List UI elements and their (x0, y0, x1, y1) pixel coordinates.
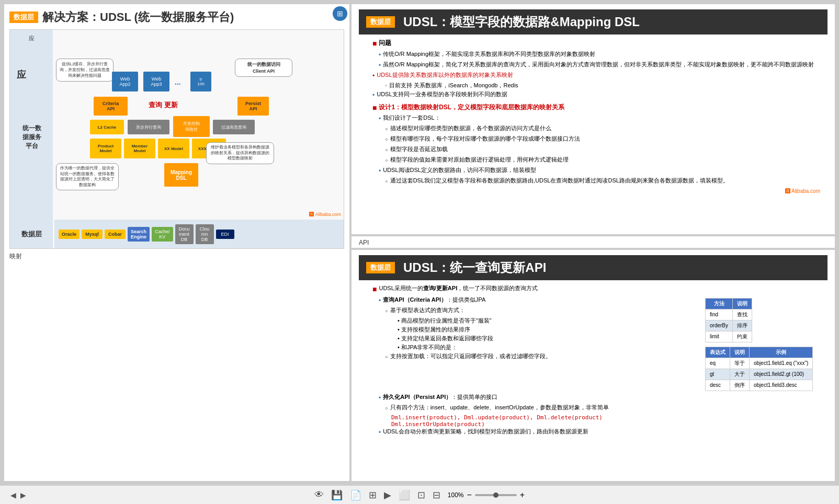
right-bottom-header: 数据层 UDSL：统一查询更新API (359, 255, 827, 280)
webapp2: WebApp2 (112, 72, 138, 91)
main-bullet: ■ UDSL采用统一的查询/更新API，统一了不同数据源的查询方式 (372, 284, 820, 295)
udsl-text: UDSL阅读DSL定义的数据路由，访问不同数据源，组装模型 (383, 166, 536, 174)
jd-text: 支持按置加载：可以指定只返回哪些字段，或者过滤哪些字段。 (390, 352, 551, 360)
qa-dot: • (379, 296, 381, 305)
udsl-dot: • (379, 166, 381, 176)
dev-control-box: 开发控制保险丝 (173, 116, 210, 137)
left-slide-title: 解决方案：UDSL (统一数据服务平台) (42, 9, 234, 25)
d1-text: 描述模型对应哪些类型的数据源，各个数据源的访问方式是什么 (390, 124, 551, 132)
qs-dot: ◦ (385, 306, 388, 316)
corner-icon[interactable]: ⊞ (333, 6, 347, 21)
b2i-text: UDSL支持同一业务模型的各字段映射到不同的数据 (377, 90, 507, 98)
zoom-thumb[interactable] (493, 492, 498, 498)
query-arrow: 查询 更新 (149, 100, 178, 110)
t1-h2: 说明 (733, 298, 752, 309)
architecture-diagram: 应 应 统一数据服务平台 提供L2缓存、异步并行查询，并发控制，过滤高危查询来解… (9, 29, 344, 249)
webapp100: b100 (190, 72, 211, 91)
t2r3c2: 倒序 (730, 380, 750, 391)
table-row: orderBy 排序 (706, 320, 752, 331)
api-label-text: API (359, 239, 369, 246)
platform-label: 统一数据服务平台 (11, 124, 53, 150)
d2: ◦ 模型有哪些字段，每个字段对应哪个数据源的哪个字段或哪个数据接口方法 (385, 135, 820, 144)
api-label-row: API (352, 236, 835, 248)
t2r1c3: object1.field1.eq ("xxx") (750, 358, 813, 369)
maintain-bubble: 维护着业务模型和各异构数据源的映射关系，提供异构数据源的模型数据映射 (206, 142, 274, 164)
scroll-right-icon[interactable]: ▶ (20, 491, 26, 499)
t1r1c2: 查找 (733, 309, 752, 320)
minus-button[interactable]: − (467, 490, 472, 500)
table1: 方法 说明 find 查找 orderBy (705, 298, 752, 342)
right-bottom-slide: 数据层 UDSL：统一查询更新API ■ UDSL采用统一的查询/更新API，统… (352, 250, 835, 481)
qi3: • 支持定结果返回条数和返回哪些字段 (398, 335, 699, 342)
b1-dot: • (379, 50, 381, 60)
t1r1c1: find (706, 309, 733, 320)
right-bottom-title: UDSL：统一查询更新API (403, 259, 546, 276)
proxy-bubble: 作为唯一的数据代理，提供全站统一的数据服务。使得各数据源对上层透明，大大简化了数… (56, 163, 119, 190)
alibaba-logo-right: 🅰 Alibaba.com (366, 188, 820, 194)
problem-label: 问题 (379, 39, 391, 48)
cache-kv-box: Cache/KV (152, 227, 173, 242)
async-box: 异步并行查询 (128, 120, 169, 134)
design-bullet: ■ 设计1：模型数据映射DSL，定义模型字段和底层数据库的映射关系 (372, 103, 820, 113)
save-icon[interactable]: 💾 (331, 489, 343, 501)
di-dot: • (379, 114, 381, 123)
right-top-header: 数据层 UDSL：模型字段的数据路&Mapping DSL (359, 9, 827, 35)
right-top-slide: 数据层 UDSL：模型字段的数据路&Mapping DSL ■ 问题 • 传统O… (352, 4, 835, 234)
webapp3: WebApp3 (143, 72, 169, 91)
column-db-box: CloumnDB (196, 224, 214, 244)
udsl-bullet: • UDSL阅读DSL定义的数据路由，访问不同数据源，组装模型 (379, 166, 820, 176)
eye-icon[interactable]: 👁 (314, 489, 324, 500)
us-dot: ◦ (385, 177, 388, 186)
criteria-api-box: CriteriaAPI (94, 97, 128, 116)
plus-button[interactable]: + (520, 490, 525, 500)
zoom-slider[interactable] (475, 494, 517, 496)
dots-label: ... (175, 78, 181, 86)
member-model: MemberModel (124, 139, 155, 158)
jd-dot: ◦ (385, 352, 388, 362)
right-bottom-badge: 数据层 (366, 262, 395, 273)
udsl-sub: ◦ 通过这套DSL我们定义模型各字段和各数据源的数据路由,UDSL在查询数据时通… (385, 177, 820, 186)
table-row: desc 倒序 object1.field3.desc (706, 380, 813, 391)
b2i-dot: • (372, 90, 375, 100)
b2-dot: • (379, 61, 381, 70)
bullet2-item: • UDSL支持同一业务模型的各字段映射到不同的数据 (372, 90, 820, 100)
toolbar-center: 👁 💾 📄 ⊞ ▶ ⬜ ⊡ ⊟ 100% − + (314, 489, 525, 501)
jpa-diff-bullet: ◦ 支持按置加载：可以指定只返回哪些字段，或者过滤哪些字段。 (385, 352, 699, 362)
t2r1c1: eq (706, 358, 730, 369)
b1-text: 传统O/R Mapping框架，不能实现非关系数据库和跨不同类型数据库的对象数据… (383, 50, 595, 58)
scroll-left-icon[interactable]: ◀ (10, 491, 16, 499)
persist-api-bullet: • 持久化API（Persist API）：提供简单的接口 (379, 393, 820, 403)
t2r1c2: 等于 (730, 358, 750, 369)
copy-icon[interactable]: 📄 (350, 489, 361, 501)
search-engine-box: SearchEngine (128, 227, 150, 242)
d4-text: 模型字段的值如果需要对原始数据进行逻辑处理，用何种方式逻辑处理 (390, 156, 569, 164)
grid-icon[interactable]: ⊞ (369, 489, 377, 501)
persist1: ◦ 只有四个方法：insert、update、delete、insertOrUp… (385, 404, 820, 413)
toolbar-left: ◀ ▶ (10, 491, 26, 499)
t2r2c3: object1.field2.gt (100) (750, 369, 813, 380)
crop-icon[interactable]: ⊡ (417, 489, 425, 501)
db-row: Oracle Mysql Cobar SearchEngine Cache/KV… (54, 220, 344, 248)
data-layer-text: 数据层 (21, 230, 42, 239)
table-row: limit 约束 (706, 331, 752, 342)
qi4: • 和JPA非常不同的是： (398, 343, 699, 351)
cobar-box: Cobar (105, 230, 126, 239)
mapping-dsl-box: MappingDSL (164, 163, 198, 187)
oracle-box: Oracle (59, 230, 80, 239)
problem-dot: ■ (372, 39, 377, 49)
p1-dot: ◦ (385, 404, 388, 413)
d4: ◦ 模型字段的值如果需要对原始数据进行逻辑处理，用何种方式逻辑处理 (385, 156, 820, 165)
left-slide-header: 数据层 解决方案：UDSL (统一数据服务平台) (9, 9, 344, 25)
crop2-icon[interactable]: ⊟ (433, 489, 440, 501)
ssb-dot: ◦ (385, 82, 387, 89)
client-api-bubble: 统一的数据访问Client API (235, 59, 292, 77)
ua-dot: • (379, 428, 381, 437)
d3: ◦ 模型字段是否延迟加载 (385, 145, 820, 155)
filter-box: 过滤高危查询 (213, 120, 255, 134)
d1: ◦ 描述模型对应哪些类型的数据源，各个数据源的访问方式是什么 (385, 124, 820, 134)
right-top-content: ■ 问题 • 传统O/R Mapping框架，不能实现非关系数据库和跨不同类型数… (359, 35, 827, 198)
resize-icon[interactable]: ⬜ (399, 489, 410, 501)
t2-h3: 示例 (750, 347, 813, 358)
t1r2c2: 排序 (733, 320, 752, 331)
play-icon[interactable]: ▶ (384, 489, 391, 501)
